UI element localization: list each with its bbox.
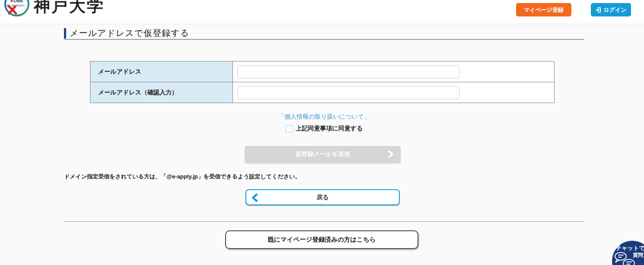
send-preregistration-email-label: 仮登録メールを送信 <box>295 150 350 157</box>
chat-bubbles-icon <box>613 251 636 265</box>
back-button-label: 戻る <box>316 194 328 200</box>
chevron-left-icon <box>252 194 258 203</box>
agree-checkbox[interactable] <box>286 125 293 132</box>
domain-receive-note: ドメイン指定受信をされている方は、「@e-apply.jp」を受信できるよう設定… <box>64 173 300 181</box>
privacy-policy-link[interactable]: 「個人情報の取り扱いについて」 <box>278 113 370 120</box>
email-confirm-label: メールアドレス（確認入力） <box>90 82 233 103</box>
email-label: メールアドレス <box>90 61 233 82</box>
svg-text:KOBE: KOBE <box>11 0 23 3</box>
chat-widget-button[interactable]: チャットで 質問 <box>612 241 644 265</box>
page-title-block: メールアドレスで仮登録する <box>64 27 189 39</box>
login-button[interactable]: ログイン <box>591 3 631 16</box>
agree-row: 上記同意事項に同意する <box>64 125 584 134</box>
page: KOBE UNIVERSITY 神戸大学 マイページ登録 ログイン メールアドレ… <box>0 0 644 265</box>
table-row-email: メールアドレス <box>90 61 555 82</box>
login-icon <box>595 7 601 13</box>
already-registered-label: 既にマイページ登録済みの方はこちら <box>268 236 376 243</box>
page-title: メールアドレスで仮登録する <box>70 27 189 39</box>
title-accent-bar <box>64 28 66 39</box>
svg-text:UNIVERSITY: UNIVERSITY <box>10 4 25 7</box>
privacy-link-row: 「個人情報の取り扱いについて」 <box>64 113 584 121</box>
email-input[interactable] <box>237 65 459 78</box>
email-confirm-input[interactable] <box>237 86 459 99</box>
already-registered-button[interactable]: 既にマイページ登録済みの方はこちら <box>225 230 418 249</box>
kobe-university-logo-icon: KOBE UNIVERSITY <box>3 0 30 19</box>
mypage-register-button[interactable]: マイページ登録 <box>516 3 571 16</box>
send-preregistration-email-button[interactable]: 仮登録メールを送信 <box>245 146 401 162</box>
bottom-divider <box>64 221 584 222</box>
email-confirm-input-cell <box>233 82 555 103</box>
chevron-right-icon <box>388 150 394 159</box>
university-name: 神戸大学 <box>34 0 105 17</box>
header: KOBE UNIVERSITY 神戸大学 マイページ登録 ログイン <box>0 0 644 24</box>
login-label: ログイン <box>603 6 626 14</box>
agree-label[interactable]: 上記同意事項に同意する <box>296 125 363 132</box>
email-input-cell <box>233 61 555 82</box>
back-button[interactable]: 戻る <box>245 189 400 205</box>
table-row-email-confirm: メールアドレス（確認入力） <box>90 82 555 103</box>
title-underline <box>64 39 584 40</box>
email-form-table: メールアドレス メールアドレス（確認入力） <box>90 61 555 103</box>
mypage-register-label: マイページ登録 <box>524 6 564 14</box>
